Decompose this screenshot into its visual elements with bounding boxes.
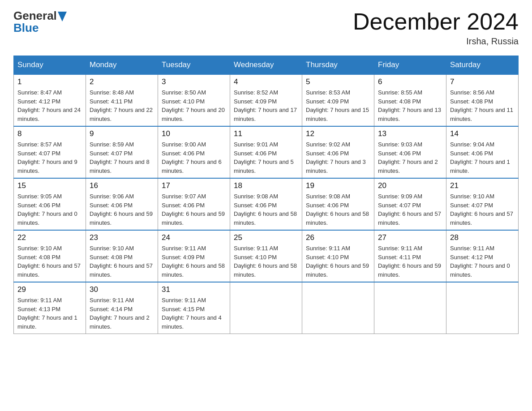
day-info: Sunrise: 9:10 AMSunset: 4:08 PMDaylight:… xyxy=(90,244,154,279)
calendar-cell: 8 Sunrise: 8:57 AMSunset: 4:07 PMDayligh… xyxy=(14,126,86,178)
day-info: Sunrise: 9:11 AMSunset: 4:13 PMDaylight:… xyxy=(17,296,82,331)
day-info: Sunrise: 9:06 AMSunset: 4:06 PMDaylight:… xyxy=(90,192,154,227)
day-info: Sunrise: 9:05 AMSunset: 4:06 PMDaylight:… xyxy=(17,192,82,227)
day-number: 15 xyxy=(17,181,82,190)
calendar-week-row: 15 Sunrise: 9:05 AMSunset: 4:06 PMDaylig… xyxy=(14,178,519,230)
day-number: 6 xyxy=(378,77,442,86)
calendar-cell: 24 Sunrise: 9:11 AMSunset: 4:09 PMDaylig… xyxy=(158,230,230,282)
calendar-cell: 10 Sunrise: 9:00 AMSunset: 4:06 PMDaylig… xyxy=(158,126,230,178)
calendar-cell xyxy=(230,282,302,334)
day-info: Sunrise: 8:47 AMSunset: 4:12 PMDaylight:… xyxy=(17,88,82,123)
day-info: Sunrise: 9:11 AMSunset: 4:09 PMDaylight:… xyxy=(162,244,226,279)
logo-arrow-icon xyxy=(58,12,67,21)
day-header-thursday: Thursday xyxy=(302,56,374,75)
calendar-cell xyxy=(374,282,446,334)
calendar-cell: 17 Sunrise: 9:07 AMSunset: 4:06 PMDaylig… xyxy=(158,178,230,230)
day-number: 12 xyxy=(306,129,370,138)
calendar-cell: 27 Sunrise: 9:11 AMSunset: 4:11 PMDaylig… xyxy=(374,230,446,282)
day-number: 24 xyxy=(162,233,226,242)
calendar-cell: 26 Sunrise: 9:11 AMSunset: 4:10 PMDaylig… xyxy=(302,230,374,282)
day-number: 8 xyxy=(17,129,82,138)
day-number: 9 xyxy=(90,129,154,138)
day-number: 11 xyxy=(234,129,298,138)
day-number: 17 xyxy=(162,181,226,190)
day-number: 20 xyxy=(378,181,442,190)
day-info: Sunrise: 9:01 AMSunset: 4:06 PMDaylight:… xyxy=(234,140,298,175)
day-info: Sunrise: 9:11 AMSunset: 4:10 PMDaylight:… xyxy=(234,244,298,279)
day-number: 13 xyxy=(378,129,442,138)
calendar-week-row: 8 Sunrise: 8:57 AMSunset: 4:07 PMDayligh… xyxy=(14,126,519,178)
calendar-week-row: 1 Sunrise: 8:47 AMSunset: 4:12 PMDayligh… xyxy=(14,74,519,126)
title-block: December 2024 Irsha, Russia xyxy=(353,9,519,47)
day-info: Sunrise: 8:55 AMSunset: 4:08 PMDaylight:… xyxy=(378,88,442,123)
day-number: 3 xyxy=(162,77,226,86)
calendar-cell: 7 Sunrise: 8:56 AMSunset: 4:08 PMDayligh… xyxy=(446,74,519,126)
day-info: Sunrise: 9:04 AMSunset: 4:06 PMDaylight:… xyxy=(450,140,515,175)
day-number: 25 xyxy=(234,233,298,242)
calendar-cell: 18 Sunrise: 9:08 AMSunset: 4:06 PMDaylig… xyxy=(230,178,302,230)
calendar-cell: 20 Sunrise: 9:09 AMSunset: 4:07 PMDaylig… xyxy=(374,178,446,230)
calendar-cell: 19 Sunrise: 9:08 AMSunset: 4:06 PMDaylig… xyxy=(302,178,374,230)
day-number: 1 xyxy=(17,77,82,86)
day-number: 27 xyxy=(378,233,442,242)
day-number: 16 xyxy=(90,181,154,190)
calendar-cell: 21 Sunrise: 9:10 AMSunset: 4:07 PMDaylig… xyxy=(446,178,519,230)
day-header-monday: Monday xyxy=(86,56,158,75)
calendar-cell: 29 Sunrise: 9:11 AMSunset: 4:13 PMDaylig… xyxy=(14,282,86,334)
logo: General Blue xyxy=(13,9,67,35)
calendar-cell: 2 Sunrise: 8:48 AMSunset: 4:11 PMDayligh… xyxy=(86,74,158,126)
calendar-cell: 4 Sunrise: 8:52 AMSunset: 4:09 PMDayligh… xyxy=(230,74,302,126)
day-number: 31 xyxy=(162,285,226,294)
day-info: Sunrise: 9:07 AMSunset: 4:06 PMDaylight:… xyxy=(162,192,226,227)
svg-marker-0 xyxy=(58,12,67,21)
day-info: Sunrise: 8:52 AMSunset: 4:09 PMDaylight:… xyxy=(234,88,298,123)
calendar-cell: 15 Sunrise: 9:05 AMSunset: 4:06 PMDaylig… xyxy=(14,178,86,230)
day-number: 28 xyxy=(450,233,515,242)
day-info: Sunrise: 9:11 AMSunset: 4:11 PMDaylight:… xyxy=(378,244,442,279)
calendar-cell: 28 Sunrise: 9:11 AMSunset: 4:12 PMDaylig… xyxy=(446,230,519,282)
day-number: 4 xyxy=(234,77,298,86)
calendar-cell: 16 Sunrise: 9:06 AMSunset: 4:06 PMDaylig… xyxy=(86,178,158,230)
calendar-table: SundayMondayTuesdayWednesdayThursdayFrid… xyxy=(13,56,519,334)
calendar-cell: 23 Sunrise: 9:10 AMSunset: 4:08 PMDaylig… xyxy=(86,230,158,282)
day-info: Sunrise: 9:11 AMSunset: 4:10 PMDaylight:… xyxy=(306,244,370,279)
day-number: 30 xyxy=(90,285,154,294)
day-number: 19 xyxy=(306,181,370,190)
day-number: 10 xyxy=(162,129,226,138)
day-number: 21 xyxy=(450,181,515,190)
day-number: 23 xyxy=(90,233,154,242)
location-text: Irsha, Russia xyxy=(353,36,519,47)
day-number: 5 xyxy=(306,77,370,86)
calendar-cell: 3 Sunrise: 8:50 AMSunset: 4:10 PMDayligh… xyxy=(158,74,230,126)
day-info: Sunrise: 8:53 AMSunset: 4:09 PMDaylight:… xyxy=(306,88,370,123)
day-info: Sunrise: 8:59 AMSunset: 4:07 PMDaylight:… xyxy=(90,140,154,175)
day-info: Sunrise: 9:02 AMSunset: 4:06 PMDaylight:… xyxy=(306,140,370,175)
calendar-cell: 22 Sunrise: 9:10 AMSunset: 4:08 PMDaylig… xyxy=(14,230,86,282)
day-number: 18 xyxy=(234,181,298,190)
day-info: Sunrise: 8:56 AMSunset: 4:08 PMDaylight:… xyxy=(450,88,515,123)
day-info: Sunrise: 9:00 AMSunset: 4:06 PMDaylight:… xyxy=(162,140,226,175)
calendar-cell: 6 Sunrise: 8:55 AMSunset: 4:08 PMDayligh… xyxy=(374,74,446,126)
day-number: 22 xyxy=(17,233,82,242)
calendar-cell xyxy=(302,282,374,334)
month-title: December 2024 xyxy=(353,9,519,34)
day-info: Sunrise: 9:09 AMSunset: 4:07 PMDaylight:… xyxy=(378,192,442,227)
day-info: Sunrise: 8:50 AMSunset: 4:10 PMDaylight:… xyxy=(162,88,226,123)
calendar-cell: 13 Sunrise: 9:03 AMSunset: 4:06 PMDaylig… xyxy=(374,126,446,178)
calendar-cell: 12 Sunrise: 9:02 AMSunset: 4:06 PMDaylig… xyxy=(302,126,374,178)
calendar-cell: 1 Sunrise: 8:47 AMSunset: 4:12 PMDayligh… xyxy=(14,74,86,126)
day-info: Sunrise: 9:08 AMSunset: 4:06 PMDaylight:… xyxy=(234,192,298,227)
calendar-cell: 9 Sunrise: 8:59 AMSunset: 4:07 PMDayligh… xyxy=(86,126,158,178)
day-info: Sunrise: 9:10 AMSunset: 4:07 PMDaylight:… xyxy=(450,192,515,227)
day-info: Sunrise: 9:08 AMSunset: 4:06 PMDaylight:… xyxy=(306,192,370,227)
day-number: 29 xyxy=(17,285,82,294)
day-header-tuesday: Tuesday xyxy=(158,56,230,75)
calendar-cell xyxy=(446,282,519,334)
calendar-cell: 31 Sunrise: 9:11 AMSunset: 4:15 PMDaylig… xyxy=(158,282,230,334)
calendar-week-row: 22 Sunrise: 9:10 AMSunset: 4:08 PMDaylig… xyxy=(14,230,519,282)
calendar-cell: 25 Sunrise: 9:11 AMSunset: 4:10 PMDaylig… xyxy=(230,230,302,282)
day-info: Sunrise: 9:11 AMSunset: 4:15 PMDaylight:… xyxy=(162,296,226,331)
day-header-sunday: Sunday xyxy=(14,56,86,75)
day-number: 7 xyxy=(450,77,515,86)
calendar-header-row: SundayMondayTuesdayWednesdayThursdayFrid… xyxy=(14,56,519,75)
